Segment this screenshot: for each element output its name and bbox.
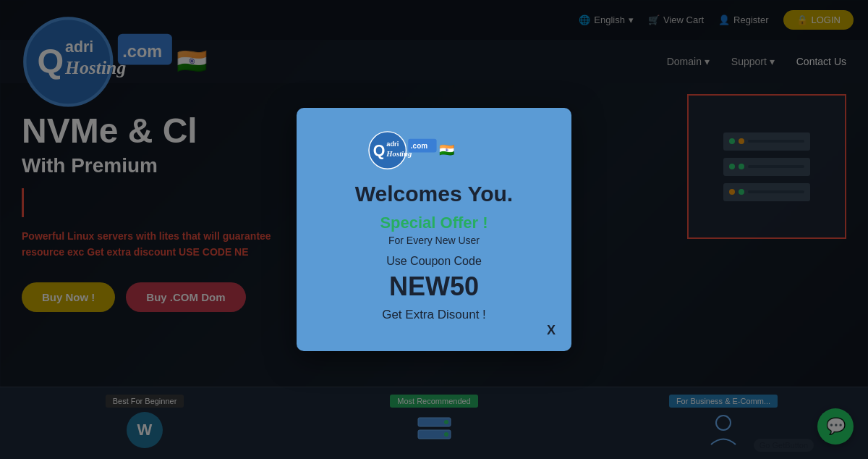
modal-close-button[interactable]: X: [547, 323, 556, 338]
svg-text:adri: adri: [386, 140, 399, 148]
svg-text:🇮🇳: 🇮🇳: [439, 143, 455, 158]
welcome-modal: Q adri Hosting .com 🇮🇳 Welcomes You. Spe…: [297, 108, 571, 351]
modal-welcome-text: Welcomes You.: [355, 182, 513, 206]
modal-extra-discount: Get Extra Disount !: [382, 308, 486, 322]
modal-for-user-text: For Every New User: [388, 235, 480, 246]
modal-offer-text: Special Offer !: [380, 214, 488, 232]
modal-overlay[interactable]: Q adri Hosting .com 🇮🇳 Welcomes You. Spe…: [0, 0, 868, 459]
svg-text:.com: .com: [411, 142, 427, 150]
modal-coupon-label: Use Coupon Code: [386, 255, 482, 268]
svg-text:Q: Q: [373, 142, 386, 159]
modal-logo-svg: Q adri Hosting .com 🇮🇳: [362, 130, 506, 171]
modal-coupon-code: NEW50: [389, 271, 479, 302]
